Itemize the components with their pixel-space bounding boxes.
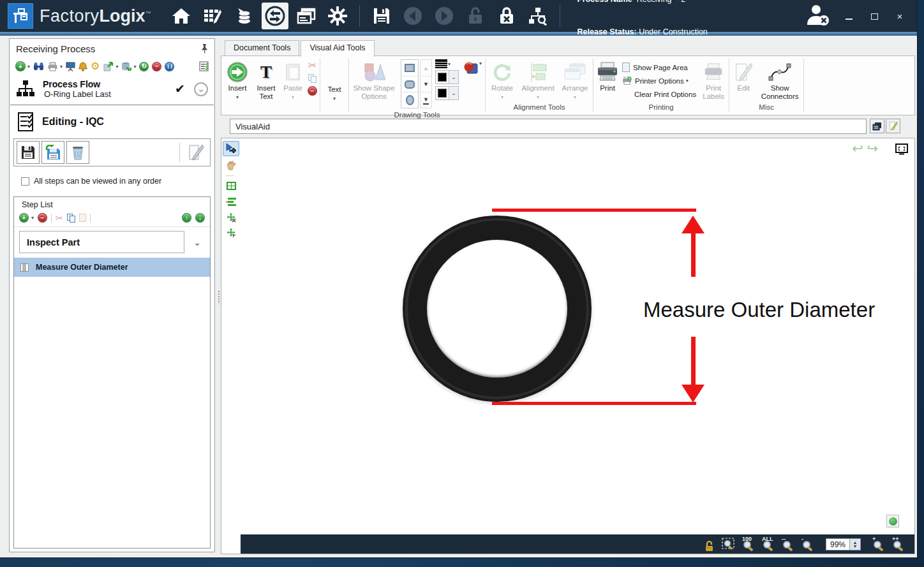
zoom-spinner[interactable]: ▲▼ <box>850 538 861 550</box>
activate-button[interactable]: ↻ <box>139 62 149 71</box>
line-color-picker[interactable]: ⌄ <box>435 70 459 84</box>
grid-toggle-button[interactable] <box>223 178 239 193</box>
add-step-button[interactable]: + <box>19 213 29 223</box>
save-as-button[interactable] <box>41 141 64 164</box>
ellipse-shape-button[interactable] <box>401 92 418 108</box>
measure-down-arrow-shaft[interactable] <box>691 337 696 385</box>
bring-forward-button[interactable]: ▲ <box>421 60 431 76</box>
home-button[interactable] <box>168 3 195 29</box>
rectangle-shape-button[interactable] <box>401 60 418 76</box>
process-transfer-button[interactable] <box>262 3 288 29</box>
select-tool-button[interactable] <box>223 141 239 156</box>
edit-button[interactable]: Edit <box>730 58 757 103</box>
step-group-chevron-icon[interactable]: ⌄ <box>193 237 201 247</box>
step-group-select[interactable]: Inspect Part <box>19 231 184 253</box>
minimize-button[interactable] <box>842 11 856 22</box>
presentation-icon[interactable] <box>66 62 75 71</box>
clear-print-options-button[interactable]: Clear Print Options <box>622 88 696 100</box>
find-binoculars-icon[interactable] <box>33 62 44 71</box>
maximize-button[interactable] <box>867 11 881 22</box>
measure-up-arrowhead[interactable] <box>682 216 704 233</box>
redo-button[interactable]: ↪ <box>867 141 879 156</box>
process-settings-icon[interactable]: ⚙ <box>91 61 100 71</box>
insert-button[interactable]: Insert ▾ <box>223 58 252 103</box>
add-step-caret-icon[interactable]: ▾ <box>31 215 34 221</box>
arrange-button[interactable]: Arrange ▾ <box>558 58 592 103</box>
bell-icon[interactable] <box>78 62 87 71</box>
send-backward-button[interactable]: ▼ <box>421 76 431 92</box>
measure-bottom-line[interactable] <box>492 402 696 405</box>
logout-user-button[interactable] <box>805 3 830 29</box>
print-caret-icon[interactable]: ▾ <box>60 64 63 70</box>
close-button[interactable]: × <box>893 11 907 22</box>
snap-lines-button[interactable] <box>223 194 239 209</box>
paste-button[interactable]: Paste ▾ <box>280 58 306 103</box>
fill-color-picker[interactable]: ⌄ <box>435 86 459 100</box>
zoom-all-button[interactable]: ALL <box>761 538 775 552</box>
unlock-button[interactable] <box>462 3 489 29</box>
format-painter-button[interactable]: ▾ <box>461 58 484 111</box>
step-list-item-selected[interactable]: Measure Outer Diameter <box>14 258 210 277</box>
pin-icon[interactable] <box>201 43 208 54</box>
oring-image[interactable] <box>403 216 592 402</box>
fill-color-caret-icon[interactable]: ⌄ <box>449 87 458 99</box>
copy-button[interactable] <box>308 74 317 83</box>
move-anchor-button[interactable] <box>223 210 239 225</box>
measure-down-arrowhead[interactable] <box>682 385 704 402</box>
export-icon[interactable] <box>103 62 114 71</box>
process-editor-button[interactable] <box>199 3 226 29</box>
flow-expand-button[interactable]: ⌄ <box>194 82 208 96</box>
visual-aid-name-input[interactable] <box>230 119 867 134</box>
cut-button[interactable]: ✂ <box>308 61 317 71</box>
zoom-to-selection-button[interactable] <box>722 538 736 552</box>
visual-aid-edit-button[interactable] <box>886 119 900 133</box>
zoom-in-button[interactable]: + <box>872 538 886 552</box>
zoom-100-button[interactable]: 100 <box>741 538 756 552</box>
insert-text-button[interactable]: T Insert Text <box>252 58 280 103</box>
zoom-in-large-button[interactable]: ++ <box>891 538 905 552</box>
remove-button[interactable]: − <box>308 86 317 96</box>
paste-icon[interactable] <box>79 214 86 222</box>
database-export-icon[interactable] <box>121 62 131 71</box>
measure-top-line[interactable] <box>492 209 696 212</box>
zoom-level-input[interactable] <box>826 538 850 550</box>
deactivate-button[interactable]: − <box>152 62 161 71</box>
drawing-surface[interactable]: ↩ ↪ Measure Outer Diameter <box>241 138 914 534</box>
lock-revision-button[interactable] <box>493 3 520 29</box>
save-step-button[interactable] <box>17 141 40 164</box>
move-pointer-button[interactable] <box>223 225 239 240</box>
zoom-out-button[interactable]: - <box>801 538 815 552</box>
visual-aid-browse-button[interactable] <box>870 119 884 133</box>
process-search-button[interactable] <box>525 3 551 29</box>
print-button[interactable]: Print <box>594 58 621 103</box>
zoom-lock-button[interactable] <box>702 538 716 552</box>
save-button[interactable] <box>368 3 395 29</box>
export-caret-icon[interactable]: ▾ <box>116 64 118 70</box>
add-button[interactable]: + <box>15 61 26 71</box>
cut-icon[interactable]: ✂ <box>56 214 63 223</box>
documents-button[interactable] <box>293 3 320 29</box>
tab-document-tools[interactable]: Document Tools <box>225 40 299 56</box>
materials-button[interactable] <box>230 3 257 29</box>
navigator-button[interactable] <box>886 515 899 527</box>
printer-options-button[interactable]: ? Printer Options ▾ <box>622 75 696 87</box>
measure-annotation-text[interactable]: Measure Outer Diameter <box>643 298 875 322</box>
show-connectors-button[interactable]: Show Connectors <box>757 58 803 103</box>
forward-button[interactable] <box>431 3 458 29</box>
print-icon[interactable] <box>47 62 58 71</box>
print-labels-button[interactable]: Print Labels <box>699 58 728 103</box>
rotate-button[interactable]: Rotate ▾ <box>486 58 518 103</box>
send-to-back-button[interactable]: ▼ <box>421 92 431 108</box>
panel-splitter[interactable] <box>218 290 220 304</box>
settings-button[interactable] <box>324 3 351 29</box>
database-caret-icon[interactable]: ▾ <box>133 64 136 70</box>
pan-tool-button[interactable] <box>223 158 239 173</box>
line-weight-button[interactable]: ▾ <box>435 59 459 68</box>
remove-step-button[interactable]: − <box>38 213 47 223</box>
hold-button[interactable]: ❙❙ <box>165 62 174 71</box>
text-button[interactable]: Text ▾ <box>321 58 348 103</box>
move-step-up-button[interactable]: ↑ <box>182 213 191 223</box>
undo-button[interactable]: ↩ <box>852 141 863 156</box>
fit-to-screen-button[interactable] <box>895 144 908 155</box>
move-step-down-button[interactable]: ↓ <box>195 213 205 223</box>
